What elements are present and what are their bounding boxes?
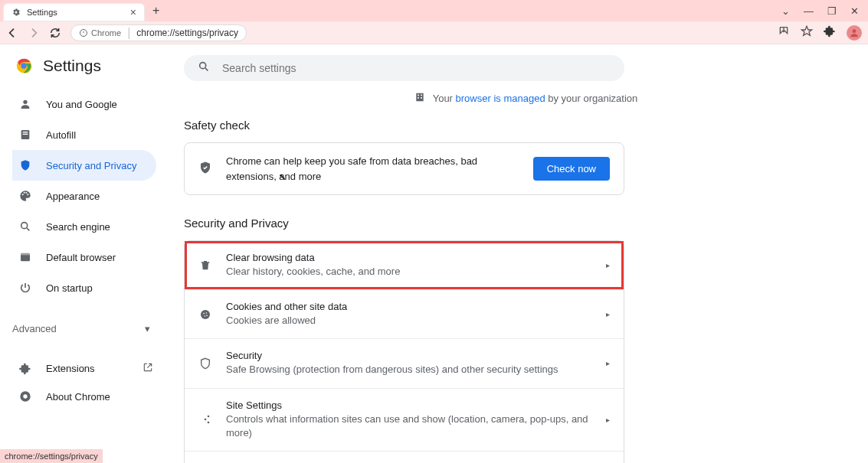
sidebar-item-label: Security and Privacy	[46, 160, 137, 171]
sidebar-item-you-and-google[interactable]: You and Google	[12, 89, 156, 119]
autofill-icon	[18, 129, 32, 141]
window-close-icon[interactable]: ✕	[850, 5, 859, 17]
row-subtitle: Controls what information sites can use …	[226, 412, 592, 440]
sidebar-item-label: Autofill	[46, 129, 76, 141]
svg-rect-14	[416, 93, 423, 102]
svg-point-23	[206, 315, 208, 316]
browser-tab[interactable]: Settings ×	[3, 3, 145, 21]
sidebar-about[interactable]: About Chrome	[12, 383, 184, 410]
forward-button[interactable]	[28, 27, 40, 39]
sidebar-item-label: You and Google	[46, 99, 117, 110]
reload-button[interactable]	[49, 27, 61, 39]
sidebar-item-label: Extensions	[46, 363, 95, 374]
sidebar-item-label: Appearance	[46, 191, 100, 202]
svg-point-1	[853, 29, 857, 33]
tab-close-icon[interactable]: ×	[130, 6, 136, 18]
site-info-label: Chrome	[91, 28, 121, 37]
svg-point-19	[201, 310, 210, 319]
sidebar: Settings You and Google Autofill Securit…	[0, 44, 184, 463]
managed-prefix: Your	[433, 93, 456, 104]
chrome-logo-icon	[15, 57, 32, 74]
browser-icon	[18, 251, 32, 263]
tab-title: Settings	[27, 8, 124, 17]
svg-point-21	[206, 312, 208, 314]
window-maximize-icon[interactable]: ❐	[827, 5, 837, 17]
addressbar: Chrome | chrome://settings/privacy	[0, 21, 868, 44]
sidebar-item-security[interactable]: Security and Privacy	[12, 150, 156, 181]
chevron-right-icon: ▸	[606, 310, 610, 318]
status-bar: chrome://settings/privacy	[0, 449, 103, 463]
shield-icon	[18, 159, 32, 171]
tune-icon	[198, 413, 212, 426]
page-title: Settings	[43, 57, 101, 75]
back-button[interactable]	[6, 27, 18, 39]
safety-check-title: Safety check	[184, 119, 624, 132]
safety-check-card: Chrome can help keep you safe from data …	[184, 142, 624, 195]
managed-banner: Your browser is managed by your organiza…	[184, 92, 868, 105]
search-settings[interactable]	[184, 55, 624, 81]
sidebar-item-default-browser[interactable]: Default browser	[12, 242, 156, 272]
launch-icon	[142, 362, 153, 375]
chrome-icon	[18, 390, 32, 403]
row-subtitle: Clear history, cookies, cache, and more	[226, 265, 592, 279]
omnibox-separator: |	[127, 26, 130, 40]
managed-link[interactable]: browser is managed	[456, 93, 545, 104]
bookmark-icon[interactable]	[801, 25, 813, 41]
sidebar-item-label: Search engine	[46, 221, 110, 233]
search-icon	[198, 60, 210, 76]
settings-header: Settings	[12, 57, 184, 89]
chevron-down-icon: ▾	[145, 323, 150, 334]
svg-rect-16	[421, 95, 422, 96]
row-clear-browsing-data[interactable]: Clear browsing data Clear history, cooki…	[185, 241, 624, 290]
row-cookies[interactable]: Cookies and other site data Cookies are …	[185, 290, 624, 339]
new-tab-button[interactable]: +	[152, 4, 159, 18]
site-info-icon[interactable]: Chrome	[79, 28, 121, 37]
privacy-list: Clear browsing data Clear history, cooki…	[184, 240, 624, 463]
person-icon	[18, 98, 32, 110]
svg-rect-10	[21, 253, 30, 256]
row-privacy-sandbox[interactable]: Privacy Sandbox	[185, 452, 624, 463]
trash-icon	[198, 259, 212, 272]
search-icon	[18, 220, 32, 233]
row-title: Security	[226, 350, 592, 361]
row-subtitle: Cookies are allowed	[226, 314, 592, 328]
privacy-section-title: Security and Privacy	[184, 217, 624, 230]
window-controls: ⌄ — ❐ ✕	[781, 5, 865, 17]
row-security[interactable]: Security Safe Browsing (protection from …	[185, 339, 624, 388]
shield-check-icon	[198, 161, 212, 178]
svg-rect-17	[418, 97, 419, 99]
svg-rect-6	[23, 132, 28, 132]
window-dropdown-icon[interactable]: ⌄	[781, 5, 790, 17]
search-input[interactable]	[222, 62, 611, 74]
chevron-right-icon: ▸	[606, 261, 610, 269]
row-site-settings[interactable]: Site Settings Controls what information …	[185, 389, 624, 452]
svg-point-13	[200, 63, 206, 69]
titlebar: Settings × + ⌄ — ❐ ✕	[0, 0, 868, 21]
row-subtitle: Safe Browsing (protection from dangerous…	[226, 363, 592, 377]
sidebar-item-on-startup[interactable]: On startup	[12, 272, 156, 303]
tab-settings-icon	[11, 8, 21, 17]
sidebar-item-label: On startup	[46, 282, 93, 294]
svg-point-8	[21, 223, 28, 229]
omnibox[interactable]: Chrome | chrome://settings/privacy	[70, 24, 247, 41]
advanced-label: Advanced	[12, 323, 57, 334]
window-minimize-icon[interactable]: —	[804, 5, 814, 17]
profile-avatar[interactable]	[847, 25, 862, 41]
sidebar-item-autofill[interactable]: Autofill	[12, 119, 156, 150]
puzzle-icon	[18, 363, 32, 375]
sidebar-extensions[interactable]: Extensions	[12, 354, 184, 383]
sidebar-item-search-engine[interactable]: Search engine	[12, 211, 156, 242]
share-icon[interactable]	[778, 25, 790, 41]
shield-icon	[198, 357, 212, 370]
extensions-icon[interactable]	[824, 25, 836, 41]
omnibox-url: chrome://settings/privacy	[136, 28, 238, 38]
svg-point-3	[21, 63, 26, 68]
row-title: Clear browsing data	[226, 252, 592, 263]
svg-rect-15	[418, 95, 419, 96]
sidebar-item-label: About Chrome	[46, 391, 110, 403]
sidebar-item-appearance[interactable]: Appearance	[12, 181, 156, 211]
check-now-button[interactable]: Check now	[533, 157, 610, 181]
managed-suffix: by your organization	[545, 93, 638, 104]
sidebar-advanced[interactable]: Advanced ▾	[12, 311, 184, 347]
building-icon	[414, 92, 425, 105]
